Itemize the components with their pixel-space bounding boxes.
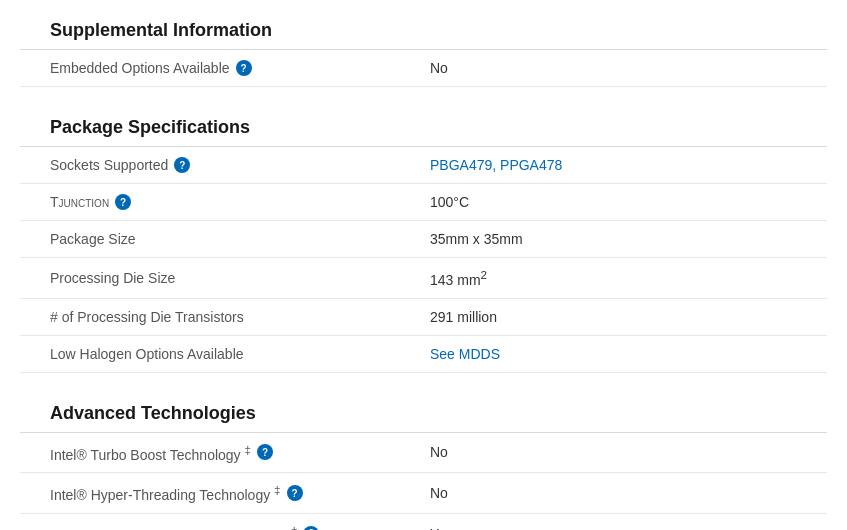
sockets-label: Sockets Supported <box>50 157 168 173</box>
help-icon-tjunction[interactable]: ? <box>115 194 131 210</box>
table-row: Processing Die Size 143 mm2 <box>20 258 827 299</box>
section-gap-1 <box>20 87 827 107</box>
spec-label-transistors: # of Processing Die Transistors <box>50 309 430 325</box>
spec-value-die-size: 143 mm2 <box>430 268 797 288</box>
superscript-2: 2 <box>481 268 487 281</box>
help-icon-embedded[interactable]: ? <box>236 60 252 76</box>
table-row: Intel® Hyper-Threading Technology ‡ ? No <box>20 473 827 514</box>
transistors-label: # of Processing Die Transistors <box>50 309 244 325</box>
halogen-label: Low Halogen Options Available <box>50 346 244 362</box>
supplemental-title: Supplemental Information <box>20 10 827 50</box>
help-icon-turbo[interactable]: ? <box>257 444 273 460</box>
vtx-label: Intel® Virtualization Technology (VT-x) … <box>50 524 297 530</box>
spec-label-embedded: Embedded Options Available ? <box>50 60 430 76</box>
package-title: Package Specifications <box>20 107 827 147</box>
table-row: Sockets Supported ? PBGA479, PPGA478 <box>20 147 827 184</box>
spec-value-sockets: PBGA479, PPGA478 <box>430 157 797 173</box>
spec-label-sockets: Sockets Supported ? <box>50 157 430 173</box>
table-row: Low Halogen Options Available See MDDS <box>20 336 827 373</box>
spec-label-hyperthreading: Intel® Hyper-Threading Technology ‡ ? <box>50 483 430 503</box>
table-row: Intel® Turbo Boost Technology ‡ ? No <box>20 433 827 474</box>
die-size-label: Processing Die Size <box>50 270 175 286</box>
hyperthreading-label: Intel® Hyper-Threading Technology ‡ <box>50 483 281 503</box>
help-icon-vtx[interactable]: ? <box>303 526 319 530</box>
turbo-label: Intel® Turbo Boost Technology ‡ <box>50 443 251 463</box>
section-gap-2 <box>20 373 827 393</box>
spec-value-transistors: 291 million <box>430 309 797 325</box>
spec-label-tjunction: TJUNCTION ? <box>50 194 430 210</box>
package-section: Package Specifications Sockets Supported… <box>20 107 827 373</box>
spec-label-halogen: Low Halogen Options Available <box>50 346 430 362</box>
spec-label-vtx: Intel® Virtualization Technology (VT-x) … <box>50 524 430 530</box>
dagger-ht: ‡ <box>274 483 280 496</box>
spec-value-turbo: No <box>430 444 797 460</box>
spec-value-tjunction: 100°C <box>430 194 797 210</box>
advanced-section: Advanced Technologies Intel® Turbo Boost… <box>20 393 827 530</box>
supplemental-section: Supplemental Information Embedded Option… <box>20 10 827 87</box>
tjunction-label: TJUNCTION <box>50 194 109 210</box>
embedded-options-label: Embedded Options Available <box>50 60 230 76</box>
spec-value-halogen: See MDDS <box>430 346 797 362</box>
spec-label-package-size: Package Size <box>50 231 430 247</box>
spec-label-turbo: Intel® Turbo Boost Technology ‡ ? <box>50 443 430 463</box>
table-row: Intel® Virtualization Technology (VT-x) … <box>20 514 827 530</box>
dagger-turbo: ‡ <box>245 443 251 456</box>
table-row: Package Size 35mm x 35mm <box>20 221 827 258</box>
table-row: Embedded Options Available ? No <box>20 50 827 87</box>
package-size-label: Package Size <box>50 231 136 247</box>
help-icon-hyperthreading[interactable]: ? <box>287 485 303 501</box>
spec-value-embedded: No <box>430 60 797 76</box>
advanced-title: Advanced Technologies <box>20 393 827 433</box>
help-icon-sockets[interactable]: ? <box>174 157 190 173</box>
spec-label-die-size: Processing Die Size <box>50 270 430 286</box>
dagger-vtx: ‡ <box>291 524 297 530</box>
table-row: TJUNCTION ? 100°C <box>20 184 827 221</box>
spec-value-package-size: 35mm x 35mm <box>430 231 797 247</box>
table-row: # of Processing Die Transistors 291 mill… <box>20 299 827 336</box>
spec-value-hyperthreading: No <box>430 485 797 501</box>
spec-value-vtx: Yes <box>430 526 797 530</box>
